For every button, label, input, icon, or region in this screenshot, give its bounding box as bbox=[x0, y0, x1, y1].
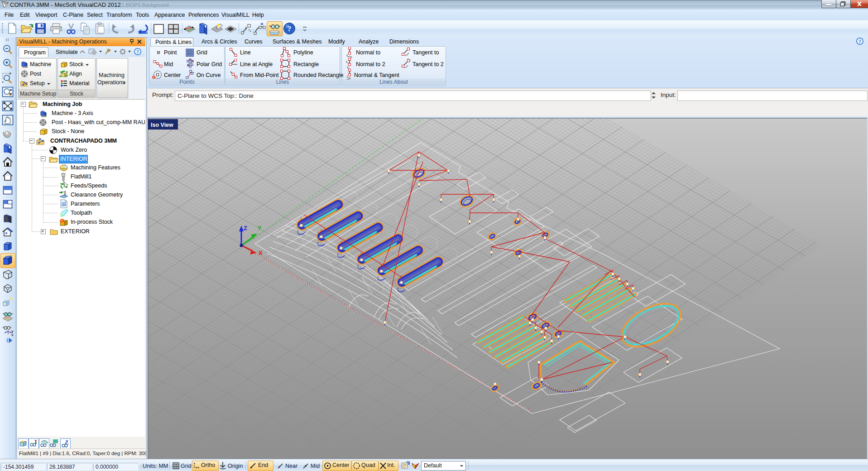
svg-text:?: ? bbox=[288, 24, 292, 33]
svg-text:X: X bbox=[259, 250, 263, 256]
svg-text:Y: Y bbox=[258, 225, 262, 231]
svg-text:Z: Z bbox=[244, 225, 247, 231]
svg-text:?: ? bbox=[136, 49, 139, 54]
svg-text:Iso View: Iso View bbox=[151, 122, 173, 128]
svg-text:?: ? bbox=[858, 38, 861, 44]
svg-text:x: x bbox=[11, 333, 14, 336]
